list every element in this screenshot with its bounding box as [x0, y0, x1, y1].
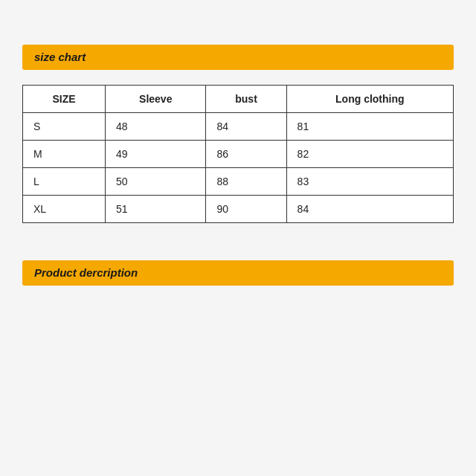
- col-sleeve: Sleeve: [106, 86, 206, 113]
- cell-size: M: [23, 141, 106, 168]
- cell-bust: 88: [206, 168, 286, 196]
- product-description-header: Product dercription: [22, 260, 454, 286]
- cell-sleeve: 51: [106, 196, 206, 223]
- size-chart-header: size chart: [22, 45, 454, 70]
- product-description-title: Product dercription: [34, 266, 138, 279]
- table-row: S488481: [23, 113, 454, 141]
- cell-size: S: [23, 113, 106, 141]
- cell-bust: 84: [206, 113, 286, 141]
- cell-sleeve: 48: [106, 113, 206, 141]
- cell-bust: 90: [206, 196, 286, 223]
- cell-bust: 86: [206, 141, 286, 168]
- col-size: SIZE: [23, 86, 106, 113]
- table-header-row: SIZE Sleeve bust Long clothing: [23, 86, 454, 113]
- cell-long: 83: [286, 168, 453, 196]
- cell-long: 81: [286, 113, 453, 141]
- table-row: M498682: [23, 141, 454, 168]
- size-chart-title: size chart: [34, 51, 86, 63]
- cell-sleeve: 50: [106, 168, 206, 196]
- cell-size: L: [23, 168, 106, 196]
- cell-sleeve: 49: [106, 141, 206, 168]
- table-row: L508883: [23, 168, 454, 196]
- cell-long: 84: [286, 196, 453, 223]
- cell-size: XL: [23, 196, 106, 223]
- col-bust: bust: [206, 86, 286, 113]
- col-long-clothing: Long clothing: [286, 86, 453, 113]
- size-chart-table-container: SIZE Sleeve bust Long clothing S488481M4…: [22, 85, 454, 223]
- table-row: XL519084: [23, 196, 454, 223]
- size-chart-table: SIZE Sleeve bust Long clothing S488481M4…: [22, 85, 454, 223]
- cell-long: 82: [286, 141, 453, 168]
